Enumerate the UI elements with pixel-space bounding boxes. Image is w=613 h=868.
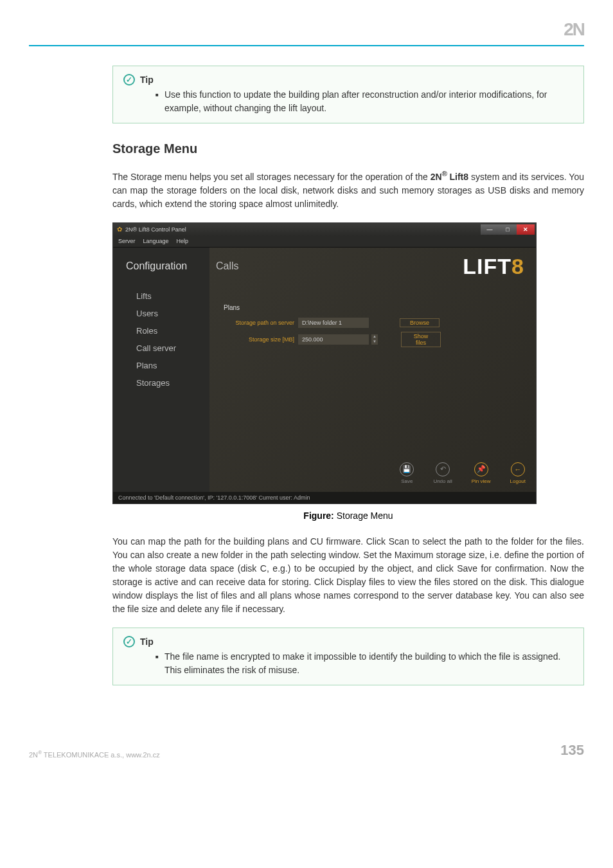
panel-label: Plans bbox=[224, 304, 536, 311]
show-files-button[interactable]: Show files bbox=[401, 332, 441, 347]
section-title: Storage Menu bbox=[112, 141, 584, 156]
window-title: 2N® Lift8 Control Panel bbox=[125, 226, 186, 233]
body-paragraph-2: You can map the path for the building pl… bbox=[112, 535, 584, 616]
header-bar: 2N bbox=[29, 19, 584, 46]
logout-icon: ← bbox=[511, 462, 525, 476]
tip-box-2: ✓ Tip The file name is encrypted to make… bbox=[112, 628, 584, 685]
page-number: 135 bbox=[560, 742, 584, 759]
sidebar: Configuration Lifts Users Roles Call ser… bbox=[113, 248, 209, 492]
check-circle-icon: ✓ bbox=[123, 636, 135, 647]
browse-button[interactable]: Browse bbox=[400, 318, 440, 327]
sidebar-item-plans[interactable]: Plans bbox=[136, 357, 209, 374]
undo-action[interactable]: ↶ Undo all bbox=[433, 462, 452, 484]
tip-text: The file name is encrypted to make it im… bbox=[155, 650, 573, 677]
close-button[interactable]: ✕ bbox=[517, 224, 535, 235]
undo-icon: ↶ bbox=[436, 462, 450, 476]
screenshot: ✿ 2N® Lift8 Control Panel — □ ✕ Server L… bbox=[112, 222, 584, 504]
pin-action[interactable]: 📌 Pin view bbox=[472, 462, 491, 484]
sidebar-item-call-server[interactable]: Call server bbox=[136, 339, 209, 357]
menu-bar: Server Language Help bbox=[113, 236, 536, 248]
spinner[interactable]: ▲▼ bbox=[371, 334, 378, 345]
status-bar: Connected to 'Default connection', IP: '… bbox=[113, 492, 536, 503]
sidebar-title: Configuration bbox=[126, 260, 209, 272]
gear-icon: ✿ bbox=[117, 226, 122, 233]
brand-logo-top: 2N bbox=[564, 19, 584, 40]
lift8-logo: LIFT8 bbox=[463, 254, 524, 279]
check-circle-icon: ✓ bbox=[123, 74, 135, 86]
save-icon: 💾 bbox=[400, 462, 414, 476]
sidebar-item-lifts[interactable]: Lifts bbox=[136, 287, 209, 305]
maximize-button[interactable]: □ bbox=[499, 224, 517, 235]
storage-size-input[interactable] bbox=[298, 334, 369, 345]
footer-text: 2N® TELEKOMUNIKACE a.s., www.2n.cz bbox=[29, 750, 160, 759]
menu-language[interactable]: Language bbox=[143, 238, 169, 244]
tip-label: Tip bbox=[140, 637, 154, 647]
save-action[interactable]: 💾 Save bbox=[400, 462, 414, 484]
sidebar-item-storages[interactable]: Storages bbox=[136, 374, 209, 392]
storage-path-label: Storage path on server bbox=[224, 320, 294, 326]
main-area: Calls LIFT8 Plans Storage path on server… bbox=[209, 248, 536, 492]
storage-size-label: Storage size [MB] bbox=[224, 336, 294, 343]
sidebar-item-roles[interactable]: Roles bbox=[136, 322, 209, 339]
minimize-button[interactable]: — bbox=[481, 224, 499, 235]
tip-box-1: ✓ Tip Use this function to update the bu… bbox=[112, 66, 584, 123]
app-window: ✿ 2N® Lift8 Control Panel — □ ✕ Server L… bbox=[112, 222, 537, 504]
pin-icon: 📌 bbox=[474, 462, 488, 476]
tip-text: Use this function to update the building… bbox=[155, 88, 573, 115]
storage-path-input[interactable] bbox=[298, 318, 369, 328]
logout-action[interactable]: ← Logout bbox=[510, 462, 526, 484]
sidebar-item-users[interactable]: Users bbox=[136, 305, 209, 322]
footer: 2N® TELEKOMUNIKACE a.s., www.2n.cz 135 bbox=[0, 716, 613, 772]
menu-server[interactable]: Server bbox=[118, 238, 136, 244]
menu-help[interactable]: Help bbox=[177, 238, 189, 244]
title-bar: ✿ 2N® Lift8 Control Panel — □ ✕ bbox=[113, 223, 536, 236]
tip-label: Tip bbox=[140, 75, 154, 85]
figure-caption: Figure: Storage Menu bbox=[112, 511, 584, 521]
intro-paragraph: The Storage menu helps you set all stora… bbox=[112, 168, 584, 211]
